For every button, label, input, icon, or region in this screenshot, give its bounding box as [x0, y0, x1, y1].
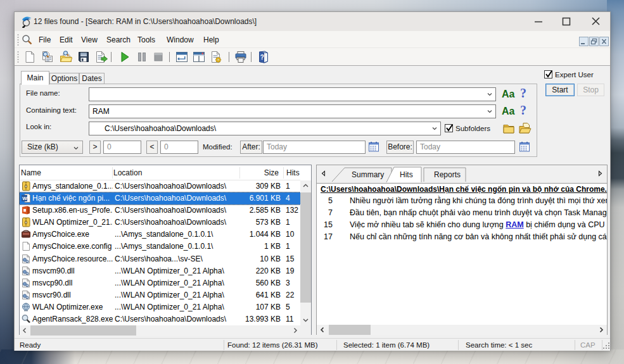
svg-text:Reports: Reports: [434, 170, 461, 179]
svg-text:Hits: Hits: [400, 170, 413, 179]
svg-text:W: W: [22, 196, 27, 201]
svg-text:?: ?: [260, 54, 264, 61]
svg-text:Summary: Summary: [352, 170, 384, 179]
